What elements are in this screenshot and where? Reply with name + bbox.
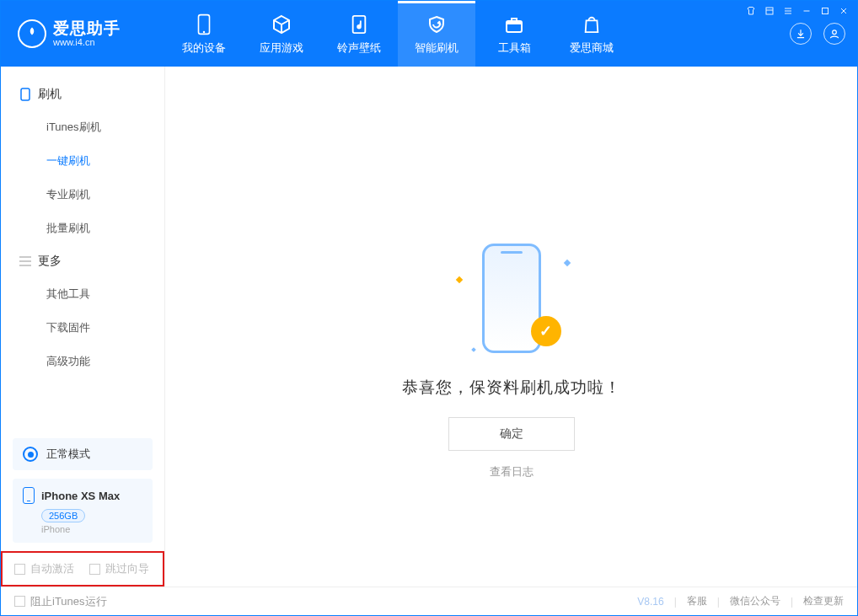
sidebar-bottom-options: 自动激活 跳过向导	[1, 551, 164, 587]
sidebar-section-more: 更多	[1, 245, 164, 277]
success-illustration: ✓	[448, 235, 575, 362]
list-icon[interactable]	[764, 6, 775, 19]
device-capacity: 256GB	[41, 509, 85, 522]
nav-label: 工具箱	[498, 40, 531, 56]
device-sub: iPhone	[41, 524, 142, 534]
footer: 阻止iTunes运行 V8.16 | 客服 | 微信公众号 | 检查更新	[1, 587, 857, 615]
list-icon	[19, 255, 31, 267]
close-icon[interactable]	[839, 6, 849, 19]
body: 刷机 iTunes刷机 一键刷机 专业刷机 批量刷机 更多 其他工具 下载固件 …	[1, 67, 857, 587]
account-button[interactable]	[823, 23, 845, 45]
footer-check-update[interactable]: 检查更新	[803, 594, 844, 608]
download-button[interactable]	[790, 23, 812, 45]
svg-rect-8	[21, 88, 29, 100]
sidebar-item-download-firmware[interactable]: 下载固件	[1, 311, 164, 345]
nav-my-device[interactable]: 我的设备	[165, 1, 243, 67]
footer-wechat[interactable]: 微信公众号	[730, 594, 780, 608]
checkbox-icon	[89, 564, 100, 575]
sidebar-item-other-tools[interactable]: 其他工具	[1, 277, 164, 311]
mode-label: 正常模式	[46, 447, 90, 462]
sidebar: 刷机 iTunes刷机 一键刷机 专业刷机 批量刷机 更多 其他工具 下载固件 …	[1, 67, 165, 587]
sidebar-section-flash: 刷机	[1, 78, 164, 110]
checkbox-skip-guide[interactable]: 跳过向导	[89, 561, 149, 576]
sidebar-item-itunes-flash[interactable]: iTunes刷机	[1, 110, 164, 144]
device-name: iPhone XS Max	[41, 490, 120, 502]
phone-icon	[192, 13, 216, 36]
mode-icon	[23, 447, 38, 462]
nav-label: 爱思商城	[570, 40, 614, 56]
device-zone: 正常模式 iPhone XS Max 256GB iPhone	[1, 438, 164, 551]
svg-rect-0	[766, 8, 773, 14]
refresh-shield-icon	[425, 13, 448, 36]
checkbox-label: 自动激活	[30, 561, 74, 576]
toolbox-icon	[502, 13, 526, 36]
svg-rect-6	[507, 21, 522, 24]
checkbox-icon	[14, 596, 25, 607]
logo: 爱思助手 www.i4.cn	[1, 1, 165, 67]
app-header: 爱思助手 www.i4.cn 我的设备 应用游戏 铃声壁纸 智能刷机 工具箱 爱…	[1, 1, 857, 67]
mode-card[interactable]: 正常模式	[13, 438, 153, 470]
nav-ringtones[interactable]: 铃声壁纸	[320, 1, 398, 67]
nav-label: 应用游戏	[260, 40, 303, 56]
sidebar-item-oneclick-flash[interactable]: 一键刷机	[1, 144, 164, 178]
checkbox-label: 跳过向导	[105, 561, 149, 576]
menu-icon[interactable]	[783, 6, 793, 19]
sidebar-item-advanced[interactable]: 高级功能	[1, 345, 164, 378]
nav-toolbox[interactable]: 工具箱	[475, 1, 553, 67]
checkbox-auto-activate[interactable]: 自动激活	[14, 561, 74, 576]
nav-apps[interactable]: 应用游戏	[243, 1, 320, 67]
view-log-link[interactable]: 查看日志	[490, 464, 534, 479]
app-name: 爱思助手	[53, 20, 121, 38]
checkbox-icon	[14, 564, 25, 575]
shirt-icon[interactable]	[746, 6, 756, 19]
device-card[interactable]: iPhone XS Max 256GB iPhone	[13, 479, 153, 543]
phone-outline-icon	[19, 88, 31, 100]
section-title: 更多	[38, 254, 62, 269]
nav-label: 铃声壁纸	[337, 40, 381, 56]
main-nav: 我的设备 应用游戏 铃声壁纸 智能刷机 工具箱 爱思商城	[165, 1, 630, 67]
maximize-icon[interactable]	[820, 6, 830, 19]
sidebar-item-pro-flash[interactable]: 专业刷机	[1, 178, 164, 212]
cube-icon	[270, 13, 293, 36]
nav-label: 智能刷机	[415, 40, 458, 56]
music-file-icon	[347, 13, 371, 36]
minimize-icon[interactable]	[802, 6, 812, 19]
section-title: 刷机	[38, 87, 62, 102]
app-url: www.i4.cn	[53, 37, 121, 47]
svg-point-7	[833, 30, 837, 35]
sidebar-item-batch-flash[interactable]: 批量刷机	[1, 212, 164, 245]
main-content: ✓ 恭喜您，保资料刷机成功啦！ 确定 查看日志	[165, 67, 857, 587]
ok-button[interactable]: 确定	[448, 417, 575, 451]
device-icon	[23, 487, 35, 504]
window-controls	[746, 6, 849, 19]
nav-smart-flash[interactable]: 智能刷机	[398, 1, 475, 67]
nav-store[interactable]: 爱思商城	[553, 1, 630, 67]
checkbox-label: 阻止iTunes运行	[30, 594, 107, 609]
footer-support[interactable]: 客服	[687, 594, 707, 608]
version-label: V8.16	[637, 596, 663, 608]
checkbox-block-itunes[interactable]: 阻止iTunes运行	[14, 594, 107, 609]
svg-point-3	[203, 30, 205, 32]
success-message: 恭喜您，保资料刷机成功啦！	[402, 377, 621, 399]
svg-rect-1	[823, 8, 829, 14]
nav-label: 我的设备	[182, 40, 226, 56]
check-icon: ✓	[531, 316, 561, 346]
logo-badge-icon	[18, 19, 46, 48]
bag-icon	[580, 13, 603, 36]
